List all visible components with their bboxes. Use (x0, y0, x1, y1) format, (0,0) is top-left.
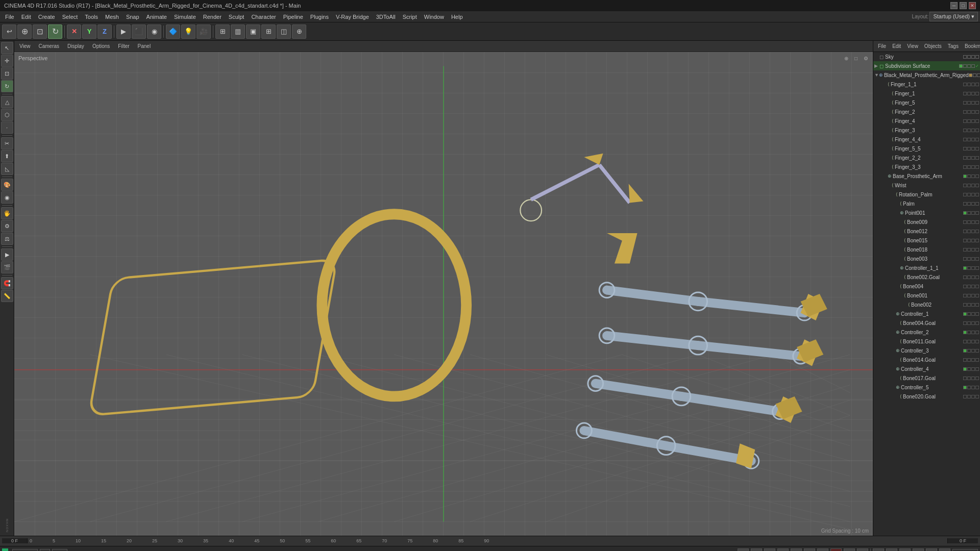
menu-window[interactable]: Window (421, 13, 447, 21)
om-dot2-32[interactable] (967, 377, 971, 380)
play-reverse-button[interactable]: ◀ (764, 548, 775, 551)
om-dot1-10[interactable] (963, 174, 967, 178)
om-dot4-17[interactable] (975, 239, 979, 242)
motion-record-button[interactable]: ? (857, 548, 868, 551)
om-dot3-0[interactable] (971, 83, 975, 86)
render-full[interactable]: ⬛ (132, 24, 146, 39)
om-dot2-0[interactable] (967, 83, 971, 86)
om-dot4-1[interactable] (975, 92, 979, 95)
om-dot4-14[interactable] (975, 211, 979, 215)
om-dot2-22[interactable] (967, 285, 971, 288)
om-dot3-29[interactable] (971, 349, 975, 353)
om-item-bone017-goal[interactable]: ⟨ Bone017.Goal (873, 373, 980, 383)
om-dot3-14[interactable] (971, 211, 975, 215)
om-dot4-33[interactable] (975, 386, 979, 389)
om-dot1-6[interactable] (963, 138, 967, 141)
om-dot1-13[interactable] (963, 202, 967, 206)
om-item-controller-4[interactable]: ⊕ Controller_4 (873, 364, 980, 373)
om-item-sky[interactable]: ◻ Sky (873, 52, 980, 61)
om-dot2-26[interactable] (967, 321, 971, 325)
scene-objects[interactable]: 🔷 (166, 24, 180, 39)
om-dot2-9[interactable] (967, 165, 971, 169)
om-dot4-20[interactable] (975, 266, 979, 270)
om-dot4-7[interactable] (975, 147, 979, 151)
om-dot2-13[interactable] (967, 202, 971, 206)
close-button[interactable]: ✕ (969, 2, 976, 9)
om-item-base-prosthetic-arm[interactable]: ⊕ Base_Prosthetic_Arm (873, 171, 980, 181)
om-dot2-23[interactable] (967, 294, 971, 297)
om-item-controller-3[interactable]: ⊕ Controller_3 (873, 346, 980, 355)
om-dot1-31[interactable] (963, 367, 967, 371)
lt-texture[interactable]: 🎨 (1, 179, 13, 191)
lt-edge[interactable]: ⬡ (1, 109, 13, 121)
om-item-finger-4[interactable]: ⟨ Finger_4 (873, 116, 980, 126)
om-dot1-24[interactable] (963, 303, 967, 307)
om-dot2-17[interactable] (967, 239, 971, 242)
om-dot4-24[interactable] (975, 303, 979, 307)
om-dot3-31[interactable] (971, 367, 975, 371)
om-dot1-9[interactable] (963, 165, 967, 169)
om-dot1-8[interactable] (963, 156, 967, 160)
om-item-bone009[interactable]: ⟨ Bone009 (873, 217, 980, 227)
snap-grid[interactable]: ⊕ (292, 24, 306, 39)
om-dot1-34[interactable] (963, 395, 967, 398)
layout-top[interactable]: ▣ (246, 24, 260, 39)
om-dot2-25[interactable] (967, 312, 971, 316)
om-dot2-19[interactable] (967, 257, 971, 261)
om-dot1-0[interactable] (963, 83, 967, 86)
om-dot1-15[interactable] (963, 220, 967, 224)
om-dot3-20[interactable] (971, 266, 975, 270)
lt-poly[interactable]: △ (1, 96, 13, 108)
om-dot1-16[interactable] (963, 230, 967, 233)
om-dot3-24[interactable] (971, 303, 975, 307)
lt-render[interactable]: ▶ (1, 248, 13, 261)
om-dot4-25[interactable] (975, 312, 979, 316)
menu-help[interactable]: Help (448, 13, 466, 21)
om-dot1-28[interactable] (963, 340, 967, 343)
om-dot4-3[interactable] (975, 110, 979, 114)
vp-view-menu[interactable]: View (16, 43, 34, 49)
om-dot4-16[interactable] (975, 230, 979, 233)
om-dot4-22[interactable] (975, 285, 979, 288)
om-item-bone015[interactable]: ⟨ Bone015 (873, 236, 980, 245)
om-dot1-27[interactable] (963, 331, 967, 334)
om-dot4-30[interactable] (975, 358, 979, 362)
om-sq-subdiv3[interactable] (967, 64, 971, 68)
om-item-rotation-palm[interactable]: ⟨ Rotation_Palm (873, 190, 980, 199)
om-sq-subdiv2[interactable] (963, 64, 967, 68)
minimize-button[interactable]: ─ (950, 2, 958, 9)
om-dot2-2[interactable] (967, 101, 971, 105)
tool-y[interactable]: Y (82, 24, 96, 39)
om-dot1-7[interactable] (963, 147, 967, 151)
om-item-point001[interactable]: ⊕ Point001 (873, 208, 980, 217)
om-dot3-23[interactable] (971, 294, 975, 297)
om-dot3-25[interactable] (971, 312, 975, 316)
om-dot2-21[interactable] (967, 276, 971, 279)
om-dot2-28[interactable] (967, 340, 971, 343)
om-dot4-13[interactable] (975, 202, 979, 206)
om-sq-subdiv4[interactable] (971, 64, 975, 68)
snap-settings[interactable]: ◫ (277, 24, 291, 39)
om-dot2-16[interactable] (967, 230, 971, 233)
om-dot1-33[interactable] (963, 386, 967, 389)
om-dot1-11[interactable] (963, 184, 967, 187)
lt-pose[interactable]: 🖐 (1, 207, 13, 219)
om-dot2-34[interactable] (967, 395, 971, 398)
om-dot3-10[interactable] (971, 174, 975, 178)
menu-edit[interactable]: Edit (18, 13, 34, 21)
tl-tool5[interactable]: ⊟ (926, 548, 937, 551)
om-dot2-1[interactable] (967, 92, 971, 95)
om-dot1-26[interactable] (963, 321, 967, 325)
menu-plugins[interactable]: Plugins (307, 13, 332, 21)
tool-rotate[interactable]: ↻ (48, 24, 62, 39)
om-dot3-32[interactable] (971, 377, 975, 380)
menu-character[interactable]: Character (248, 13, 279, 21)
om-dot4-5[interactable] (975, 129, 979, 132)
tool-z[interactable]: Z (97, 24, 112, 39)
lt-point[interactable]: · (1, 121, 13, 134)
vp-cameras-menu[interactable]: Cameras (36, 43, 63, 49)
om-dot3-3[interactable] (971, 110, 975, 114)
om-item-palm[interactable]: ⟨ Palm (873, 199, 980, 208)
om-item-finger-5-5[interactable]: ⟨ Finger_5_5 (873, 144, 980, 153)
render-region[interactable]: ◉ (147, 24, 161, 39)
